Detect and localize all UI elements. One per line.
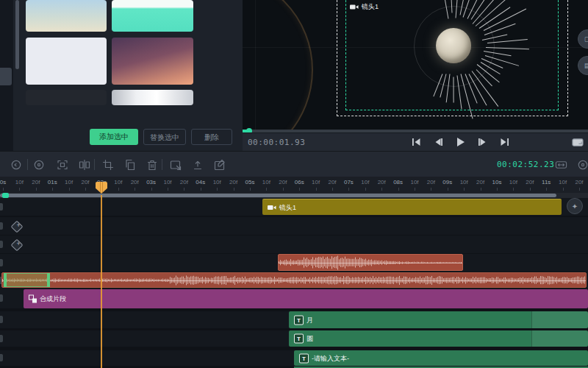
- lens-flare-arc: [243, 0, 313, 132]
- text-clip-moon[interactable]: T 月: [289, 311, 588, 328]
- media-library-panel: 添加选中 替换选中 删除: [0, 0, 243, 151]
- scrollbar-thumb[interactable]: [0, 194, 556, 197]
- preview-clip-tag: 镜头1: [350, 2, 379, 11]
- add-selected-button[interactable]: 添加选中: [90, 129, 138, 145]
- swatch-dark[interactable]: [26, 90, 107, 105]
- split-icon[interactable]: [78, 158, 90, 171]
- text-icon: T: [294, 315, 304, 325]
- preview-overlay-button-1[interactable]: ▢: [578, 29, 588, 49]
- preview-clip-label: 镜头1: [362, 2, 379, 12]
- track-header-sliver: [0, 222, 3, 230]
- fade-handle-left[interactable]: [4, 273, 7, 287]
- crop-icon[interactable]: [101, 158, 114, 171]
- text-clip-label: 圆: [306, 334, 313, 344]
- preview-overlay-button-2[interactable]: ▤: [578, 56, 588, 75]
- text-icon: T: [299, 353, 309, 363]
- timeline-toolbar: 00:02:52.23: [0, 151, 588, 177]
- composite-clip-label: 合成片段: [40, 294, 66, 304]
- swatch-sky-gradient[interactable]: [26, 0, 107, 32]
- frame-forward-button[interactable]: [476, 136, 488, 148]
- video-clip-shot1[interactable]: 镜头1: [262, 199, 562, 215]
- track-header-sliver: [0, 203, 3, 210]
- copy-icon[interactable]: [123, 158, 136, 171]
- audio-fade-selection[interactable]: [4, 273, 49, 287]
- edit-icon[interactable]: [213, 158, 226, 171]
- sidebar-item[interactable]: [0, 68, 12, 85]
- camera-icon: [268, 204, 276, 210]
- track-header-sliver: [0, 335, 3, 342]
- text-clip-round[interactable]: T 圆: [289, 330, 588, 347]
- undo-icon[interactable]: [10, 158, 22, 171]
- moon-image[interactable]: [436, 28, 471, 63]
- composite-clip[interactable]: 合成片段: [24, 289, 588, 308]
- settings-icon[interactable]: [576, 158, 588, 171]
- fade-handle-right[interactable]: [47, 273, 50, 287]
- panel-scrollbar[interactable]: [15, 0, 19, 69]
- replace-selected-button[interactable]: 替换选中: [143, 129, 186, 145]
- range-select-icon[interactable]: [56, 158, 68, 171]
- preview-timecode: 00:00:01.93: [248, 138, 305, 147]
- swatch-white[interactable]: [26, 38, 107, 85]
- timeline-scrollbar[interactable]: [0, 193, 588, 198]
- skip-end-button[interactable]: [498, 136, 510, 148]
- video-editor-app: 添加选中 替换选中 删除 镜头1 ▢ ▤ 00:00:01.93: [0, 0, 588, 368]
- swatch-silver[interactable]: [112, 90, 193, 105]
- display-icon[interactable]: [572, 137, 584, 149]
- transport-controls: [410, 136, 510, 148]
- master-timecode: 00:02:52.23: [497, 160, 554, 169]
- skip-start-button[interactable]: [410, 136, 422, 148]
- timeline-inpoint-marker[interactable]: [2, 193, 9, 198]
- swatch-actions: 添加选中 替换选中 删除: [0, 129, 243, 146]
- preview-panel[interactable]: 镜头1 ▢ ▤: [243, 0, 588, 132]
- timeline-ruler[interactable]: 0s10f20f01s10f20f02s10f20f03s10f20f04s10…: [0, 177, 588, 193]
- track-header-sliver: [0, 241, 3, 248]
- swatch-aqua-gradient[interactable]: [112, 0, 193, 32]
- track-header-sliver: [0, 259, 3, 266]
- waveform: [279, 255, 462, 270]
- text-icon: T: [294, 334, 304, 344]
- swatch-purple-salmon[interactable]: [112, 38, 193, 85]
- trash-icon[interactable]: [146, 158, 158, 171]
- text-clip-placeholder[interactable]: T -请输入文本-: [294, 350, 588, 366]
- composite-icon: [29, 295, 37, 303]
- frame-back-button[interactable]: [432, 136, 444, 148]
- upload-icon[interactable]: [191, 158, 204, 171]
- preview-controls: 00:00:01.93: [243, 132, 588, 152]
- play-button[interactable]: [454, 136, 466, 148]
- fit-timeline-icon[interactable]: [555, 158, 567, 171]
- snapshot-icon[interactable]: [169, 158, 182, 171]
- video-clip-label: 镜头1: [279, 202, 296, 212]
- track-header-sliver: [0, 316, 3, 323]
- keyframe-icon[interactable]: [32, 158, 45, 171]
- track-header-sliver: [0, 294, 3, 302]
- playhead-line[interactable]: [101, 195, 102, 368]
- text-clip-label: 月: [306, 315, 313, 325]
- track-area: 镜头1 ✦ + + 合成片段: [0, 198, 588, 368]
- waveform: [2, 273, 586, 287]
- text-clip-label: -请输入文本-: [312, 353, 349, 363]
- delete-button[interactable]: 删除: [191, 129, 232, 145]
- audio-clip-music[interactable]: [1, 272, 587, 288]
- track-header-sliver: [0, 354, 3, 361]
- add-keyframe-button[interactable]: ✦: [567, 198, 583, 214]
- guide-line-vertical: [255, 0, 256, 132]
- audio-clip-voice[interactable]: [278, 254, 463, 271]
- camera-icon: [350, 4, 359, 10]
- timeline-panel: 0s10f20f01s10f20f02s10f20f03s10f20f04s10…: [0, 177, 588, 368]
